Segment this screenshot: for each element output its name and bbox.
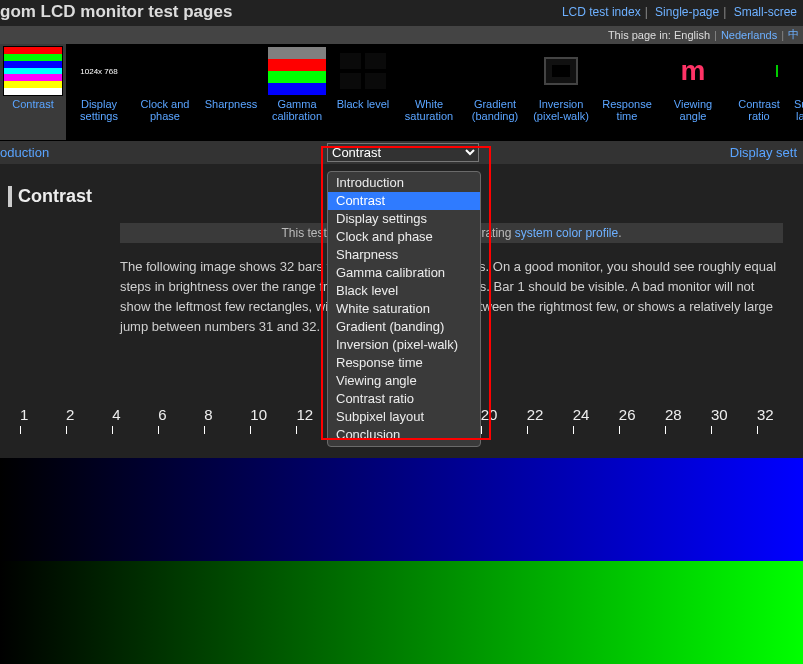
thumb-white-icon xyxy=(399,46,459,96)
thumb-ratio-icon: 420 : 1 xyxy=(729,46,789,96)
thumb-label: Inversion (pixel-walk) xyxy=(528,98,594,122)
thumb-view-icon: m xyxy=(663,46,723,96)
page-title: gom LCD monitor test pages xyxy=(0,2,232,22)
thumb-label: Contrast xyxy=(0,98,66,110)
thumb-black-icon xyxy=(333,46,393,96)
thumb-label: Black level xyxy=(330,98,396,110)
thumb-response-time[interactable]: Response time xyxy=(594,44,660,140)
thumb-label: Clock and phase xyxy=(132,98,198,122)
tick: 10 xyxy=(250,406,296,423)
page-select-option[interactable]: Sharpness xyxy=(328,246,480,264)
prev-link[interactable]: oduction xyxy=(0,145,49,160)
page-select-option[interactable]: Black level xyxy=(328,282,480,300)
page-select-option[interactable]: Viewing angle xyxy=(328,372,480,390)
page-select-option[interactable]: Introduction xyxy=(328,174,480,192)
tick: 30 xyxy=(711,406,757,423)
thumb-label: Sub lay xyxy=(792,98,803,122)
lang-en: English xyxy=(674,29,710,41)
page-select-option[interactable]: Contrast xyxy=(328,192,480,210)
thumb-sharp-icon xyxy=(201,46,261,96)
thumb-label: Gamma calibration xyxy=(264,98,330,122)
thumb-subpixel[interactable]: Sub lay xyxy=(792,44,803,140)
thumb-resp-icon xyxy=(597,46,657,96)
thumb-gradient[interactable]: Gradient (banding) xyxy=(462,44,528,140)
page-select-option[interactable]: Subpixel layout xyxy=(328,408,480,426)
thumb-contrast[interactable]: Contrast xyxy=(0,44,66,140)
tick: 1 xyxy=(20,406,66,423)
page-select-option[interactable]: Gradient (banding) xyxy=(328,318,480,336)
thumb-label: Display settings xyxy=(66,98,132,122)
tick: 26 xyxy=(619,406,665,423)
color-profile-link[interactable]: system color profile xyxy=(515,226,618,240)
page-select-option[interactable]: Display settings xyxy=(328,210,480,228)
link-single-page[interactable]: Single-page xyxy=(655,5,719,19)
contrast-bars: 12468101214161820222426283032 xyxy=(0,430,803,664)
page-header: gom LCD monitor test pages LCD test inde… xyxy=(0,0,803,26)
lang-bar: This page in: English| Nederlands| 中 xyxy=(0,26,803,44)
header-links: LCD test index| Single-page| Small-scree xyxy=(562,5,797,19)
page-select-option[interactable]: White saturation xyxy=(328,300,480,318)
thumb-label: Contrast ratio xyxy=(726,98,792,122)
thumb-label: Gradient (banding) xyxy=(462,98,528,122)
thumb-display-icon: 1024x 768 xyxy=(69,46,129,96)
tick: 32 xyxy=(757,406,803,423)
thumb-contrast-icon xyxy=(3,46,63,96)
thumb-label: Sharpness xyxy=(198,98,264,110)
page-select-option[interactable]: Response time xyxy=(328,354,480,372)
tick: 2 xyxy=(66,406,112,423)
next-link[interactable]: Display sett xyxy=(730,145,797,160)
tick: 22 xyxy=(527,406,573,423)
link-small-screen[interactable]: Small-scree xyxy=(734,5,797,19)
page-select-option[interactable]: Conclusion xyxy=(328,426,480,444)
thumb-gamma[interactable]: Gamma calibration xyxy=(264,44,330,140)
thumb-inversion[interactable]: Inversion (pixel-walk) xyxy=(528,44,594,140)
lang-nl[interactable]: Nederlands xyxy=(721,29,777,41)
thumb-inv-icon xyxy=(531,46,591,96)
thumb-gamma-icon xyxy=(267,46,327,96)
page-select[interactable]: Contrast xyxy=(327,143,479,162)
thumb-contrast-ratio[interactable]: 420 : 1 Contrast ratio xyxy=(726,44,792,140)
thumb-clock-icon xyxy=(135,46,195,96)
tick: 20 xyxy=(481,406,527,423)
link-lcd-test-index[interactable]: LCD test index xyxy=(562,5,641,19)
lang-zh[interactable]: 中 xyxy=(788,27,799,42)
page-select-option[interactable]: Contrast ratio xyxy=(328,390,480,408)
bar-green xyxy=(0,561,803,664)
thumb-label: Viewing angle xyxy=(660,98,726,122)
thumb-black-level[interactable]: Black level xyxy=(330,44,396,140)
thumb-label: Response time xyxy=(594,98,660,122)
page-select-option[interactable]: Inversion (pixel-walk) xyxy=(328,336,480,354)
tick: 24 xyxy=(573,406,619,423)
thumb-label: White saturation xyxy=(396,98,462,122)
tick: 28 xyxy=(665,406,711,423)
subnav: oduction Display sett Contrast xyxy=(0,140,803,164)
page-select-listbox[interactable]: IntroductionContrastDisplay settingsCloc… xyxy=(327,171,481,447)
tick: 6 xyxy=(158,406,204,423)
thumb-sharpness[interactable]: Sharpness xyxy=(198,44,264,140)
page-select-option[interactable]: Clock and phase xyxy=(328,228,480,246)
thumb-viewing-angle[interactable]: m Viewing angle xyxy=(660,44,726,140)
tick: 8 xyxy=(204,406,250,423)
test-thumbnails: Contrast 1024x 768 Display settings Cloc… xyxy=(0,44,803,140)
lang-label: This page in: xyxy=(608,29,671,41)
thumb-grad-icon xyxy=(465,46,525,96)
thumb-clock-phase[interactable]: Clock and phase xyxy=(132,44,198,140)
thumb-white-saturation[interactable]: White saturation xyxy=(396,44,462,140)
thumb-display-settings[interactable]: 1024x 768 Display settings xyxy=(66,44,132,140)
page-select-option[interactable]: Gamma calibration xyxy=(328,264,480,282)
tick: 4 xyxy=(112,406,158,423)
thumb-sub-icon xyxy=(793,46,803,96)
bar-blue xyxy=(0,458,803,561)
